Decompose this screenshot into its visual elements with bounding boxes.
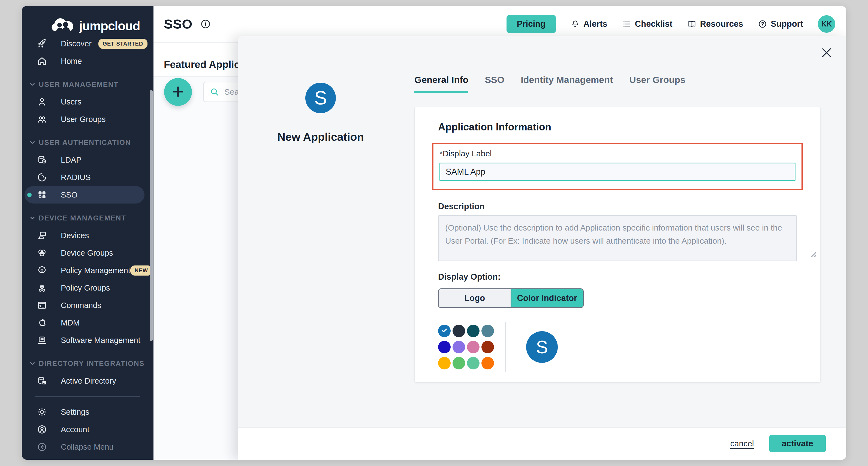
database-clock-icon (37, 155, 47, 165)
sidebar: jumpcloud DiscoverGET STARTEDHomeUSER MA… (22, 6, 153, 460)
textarea-resize-handle[interactable] (811, 252, 816, 257)
activate-button[interactable]: activate (769, 435, 826, 453)
terminal-icon (37, 300, 47, 311)
sidebar-item-sso[interactable]: SSO (22, 186, 153, 204)
sidebar-item-home[interactable]: Home (22, 52, 153, 70)
header-nav-checklist[interactable]: Checklist (622, 19, 673, 29)
plus-icon (171, 85, 185, 99)
check-icon (441, 327, 448, 335)
apple-icon (37, 318, 47, 328)
checklist-icon (622, 19, 631, 29)
page-title: SSO (164, 17, 192, 32)
header-actions: Pricing AlertsChecklistResourcesSupport … (506, 15, 835, 33)
avatar[interactable]: KK (818, 15, 835, 33)
color-swatch-9[interactable] (453, 357, 465, 370)
color-swatch-10[interactable] (467, 357, 479, 370)
color-swatch-6[interactable] (467, 341, 479, 353)
close-icon[interactable] (820, 46, 833, 59)
gear-icon (37, 407, 47, 417)
sidebar-item-label: RADIUS (61, 173, 91, 182)
header-nav-resources[interactable]: Resources (687, 19, 743, 29)
color-swatch-0-selected[interactable] (438, 325, 451, 337)
jumpcloud-logo[interactable]: jumpcloud (50, 17, 140, 35)
cancel-button[interactable]: cancel (730, 439, 754, 448)
info-icon[interactable] (200, 19, 211, 29)
sidebar-section-device-management[interactable]: DEVICE MANAGEMENT (22, 209, 153, 227)
sidebar-item-software-management[interactable]: Software Management (22, 331, 153, 349)
description-label: Description (438, 202, 797, 211)
sidebar-item-label: LDAP (61, 155, 82, 165)
sidebar-section-directory-integrations[interactable]: DIRECTORY INTEGRATIONS (22, 355, 153, 372)
collapse-icon (37, 442, 47, 452)
header-nav-items: AlertsChecklistResourcesSupport (570, 19, 803, 29)
tab-identity-management[interactable]: Identity Management (521, 75, 613, 93)
color-swatch-2[interactable] (467, 325, 479, 337)
sidebar-section-label: DEVICE MANAGEMENT (39, 214, 126, 222)
sidebar-section-user-authentication[interactable]: USER AUTHENTICATION (22, 134, 153, 151)
sidebar-item-discover[interactable]: DiscoverGET STARTED (22, 35, 153, 52)
sidebar-item-label: Home (61, 57, 82, 66)
header-nav-support[interactable]: Support (758, 19, 803, 29)
policy-icon (37, 265, 47, 275)
description-textarea[interactable] (438, 215, 797, 261)
display-option-logo[interactable]: Logo (439, 289, 510, 307)
vertical-divider (505, 322, 506, 372)
sidebar-item-label: Device Groups (61, 249, 113, 258)
home-icon (37, 56, 47, 66)
sidebar-item-label: Users (61, 97, 82, 107)
modal-tabs: General InfoSSOIdentity ManagementUser G… (414, 75, 685, 93)
sidebar-item-radius[interactable]: RADIUS (22, 169, 153, 186)
sidebar-item-label: Settings (61, 408, 89, 417)
sidebar-item-devices[interactable]: Devices (22, 227, 153, 244)
software-icon (37, 335, 47, 345)
sidebar-item-users[interactable]: Users (22, 93, 153, 111)
sidebar-item-device-groups[interactable]: Device Groups (22, 244, 153, 262)
tab-user-groups[interactable]: User Groups (629, 75, 685, 93)
user-icon (37, 96, 47, 107)
header-nav-alerts[interactable]: Alerts (570, 19, 608, 29)
add-application-button[interactable] (164, 78, 192, 106)
search-icon (210, 87, 219, 97)
color-swatch-1[interactable] (453, 325, 465, 337)
sidebar-item-account[interactable]: Account (22, 421, 153, 438)
bell-icon (570, 19, 580, 29)
sidebar-item-policy-management[interactable]: Policy ManagementNEW (22, 262, 153, 279)
application-information-card: Application Information *Display Label D… (414, 107, 820, 383)
color-picker-row: S (438, 322, 797, 372)
sidebar-item-collapse-menu[interactable]: Collapse Menu (22, 438, 153, 456)
sidebar-item-label: Commands (61, 301, 101, 310)
book-icon (687, 19, 696, 29)
sidebar-item-user-groups[interactable]: User Groups (22, 111, 153, 128)
sidebar-item-label: Software Management (61, 336, 141, 345)
sidebar-item-ldap[interactable]: LDAP (22, 151, 153, 169)
jumpcloud-wordmark: jumpcloud (79, 19, 140, 33)
sidebar-item-label: MDM (61, 318, 80, 327)
color-swatch-4[interactable] (438, 341, 451, 353)
help-icon (758, 19, 767, 29)
tab-general-info[interactable]: General Info (414, 75, 468, 93)
sidebar-scrollbar[interactable] (150, 90, 153, 341)
sidebar-section-user-management[interactable]: USER MANAGEMENT (22, 76, 153, 93)
tab-sso[interactable]: SSO (485, 75, 504, 93)
color-swatch-5[interactable] (453, 341, 465, 353)
sidebar-item-settings[interactable]: Settings (22, 403, 153, 421)
active-directory-icon (37, 376, 47, 386)
display-label-input[interactable] (439, 163, 796, 181)
color-swatch-11[interactable] (482, 357, 494, 370)
color-swatch-8[interactable] (438, 357, 451, 370)
color-swatch-3[interactable] (482, 325, 494, 337)
sidebar-item-label: Policy Management (61, 266, 130, 275)
sidebar-item-label: Discover (61, 39, 92, 48)
sidebar-item-policy-groups[interactable]: Policy Groups (22, 279, 153, 297)
chevron-down-icon (29, 81, 36, 88)
sidebar-item-commands[interactable]: Commands (22, 297, 153, 314)
pricing-button[interactable]: Pricing (506, 15, 556, 33)
display-option-color-indicator[interactable]: Color Indicator (510, 289, 583, 307)
chevron-down-icon (29, 139, 36, 146)
display-label-label: *Display Label (439, 149, 796, 158)
sidebar-item-mdm[interactable]: MDM (22, 314, 153, 331)
color-swatch-7[interactable] (482, 341, 494, 353)
color-swatch-grid (438, 325, 494, 370)
sidebar-divider (35, 396, 140, 397)
sidebar-item-active-directory[interactable]: Active Directory (22, 372, 153, 389)
